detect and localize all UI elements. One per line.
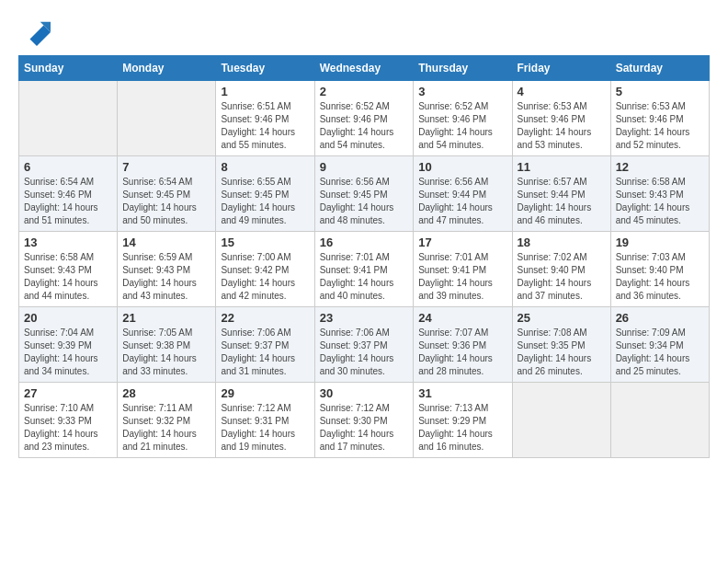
header-saturday: Saturday [610,56,709,81]
calendar-cell: 23Sunrise: 7:06 AMSunset: 9:37 PMDayligh… [314,307,414,383]
calendar-cell: 21Sunrise: 7:05 AMSunset: 9:38 PMDayligh… [118,307,216,383]
calendar-cell: 28Sunrise: 7:11 AMSunset: 9:32 PMDayligh… [118,383,216,458]
day-info: Sunrise: 6:56 AMSunset: 9:44 PMDaylight:… [418,176,506,227]
day-number: 14 [122,236,210,249]
day-number: 29 [221,386,309,400]
day-info: Sunrise: 7:07 AMSunset: 9:36 PMDaylight:… [418,327,506,378]
day-number: 3 [418,85,506,98]
calendar-cell: 29Sunrise: 7:12 AMSunset: 9:31 PMDayligh… [216,383,314,458]
calendar-cell [610,383,709,458]
calendar-cell: 27Sunrise: 7:10 AMSunset: 9:33 PMDayligh… [19,383,118,458]
day-info: Sunrise: 6:54 AMSunset: 9:46 PMDaylight:… [24,176,112,227]
day-number: 15 [221,236,309,249]
calendar-cell: 8Sunrise: 6:55 AMSunset: 9:45 PMDaylight… [216,156,314,232]
calendar-week-row: 1Sunrise: 6:51 AMSunset: 9:46 PMDaylight… [19,81,710,156]
day-number: 2 [320,85,409,98]
calendar-week-row: 20Sunrise: 7:04 AMSunset: 9:39 PMDayligh… [19,307,710,383]
day-number: 5 [616,85,704,98]
day-info: Sunrise: 6:58 AMSunset: 9:43 PMDaylight:… [24,251,112,303]
day-info: Sunrise: 6:58 AMSunset: 9:43 PMDaylight:… [616,176,704,227]
calendar-cell: 19Sunrise: 7:03 AMSunset: 9:40 PMDayligh… [610,232,709,307]
day-number: 8 [221,160,309,174]
calendar-header-row: SundayMondayTuesdayWednesdayThursdayFrid… [19,56,710,81]
day-number: 27 [24,386,112,400]
day-number: 25 [518,311,606,325]
day-info: Sunrise: 7:12 AMSunset: 9:30 PMDaylight:… [320,402,409,454]
calendar-cell: 13Sunrise: 6:58 AMSunset: 9:43 PMDayligh… [19,232,118,307]
day-info: Sunrise: 7:11 AMSunset: 9:32 PMDaylight:… [122,402,210,454]
day-info: Sunrise: 7:13 AMSunset: 9:29 PMDaylight:… [418,402,506,454]
day-number: 17 [418,236,506,249]
calendar-cell: 11Sunrise: 6:57 AMSunset: 9:44 PMDayligh… [512,156,610,232]
calendar-table: SundayMondayTuesdayWednesdayThursdayFrid… [18,55,710,458]
day-number: 30 [320,386,409,400]
day-number: 26 [616,311,704,325]
day-number: 12 [616,160,704,174]
day-info: Sunrise: 6:51 AMSunset: 9:46 PMDaylight:… [221,100,309,152]
calendar-cell: 9Sunrise: 6:56 AMSunset: 9:45 PMDaylight… [314,156,414,232]
calendar-cell: 7Sunrise: 6:54 AMSunset: 9:45 PMDaylight… [118,156,216,232]
logo-icon [23,18,51,46]
day-info: Sunrise: 7:06 AMSunset: 9:37 PMDaylight:… [221,327,309,378]
day-number: 31 [418,386,506,400]
day-number: 13 [24,236,112,249]
day-info: Sunrise: 7:10 AMSunset: 9:33 PMDaylight:… [24,402,112,454]
day-number: 4 [518,85,606,98]
calendar-cell: 4Sunrise: 6:53 AMSunset: 9:46 PMDaylight… [512,81,610,156]
day-number: 7 [122,160,210,174]
calendar-cell: 31Sunrise: 7:13 AMSunset: 9:29 PMDayligh… [414,383,512,458]
day-number: 24 [418,311,506,325]
header-thursday: Thursday [414,56,512,81]
day-info: Sunrise: 7:08 AMSunset: 9:35 PMDaylight:… [518,327,606,378]
day-info: Sunrise: 7:06 AMSunset: 9:37 PMDaylight:… [320,327,409,378]
day-number: 10 [418,160,506,174]
day-number: 19 [616,236,704,249]
calendar-week-row: 6Sunrise: 6:54 AMSunset: 9:46 PMDaylight… [19,156,710,232]
calendar-cell: 20Sunrise: 7:04 AMSunset: 9:39 PMDayligh… [19,307,118,383]
day-info: Sunrise: 7:09 AMSunset: 9:34 PMDaylight:… [616,327,704,378]
logo [18,18,51,46]
header-wednesday: Wednesday [314,56,414,81]
calendar-cell [118,81,216,156]
header-sunday: Sunday [19,56,118,81]
calendar-cell: 30Sunrise: 7:12 AMSunset: 9:30 PMDayligh… [314,383,414,458]
calendar-cell: 17Sunrise: 7:01 AMSunset: 9:41 PMDayligh… [414,232,512,307]
day-info: Sunrise: 6:53 AMSunset: 9:46 PMDaylight:… [518,100,606,152]
calendar-cell: 3Sunrise: 6:52 AMSunset: 9:46 PMDaylight… [414,81,512,156]
calendar-week-row: 13Sunrise: 6:58 AMSunset: 9:43 PMDayligh… [19,232,710,307]
calendar-body: 1Sunrise: 6:51 AMSunset: 9:46 PMDaylight… [19,81,710,458]
calendar-cell: 2Sunrise: 6:52 AMSunset: 9:46 PMDaylight… [314,81,414,156]
page-header [18,18,710,46]
day-info: Sunrise: 6:52 AMSunset: 9:46 PMDaylight:… [320,100,409,152]
day-info: Sunrise: 6:53 AMSunset: 9:46 PMDaylight:… [616,100,704,152]
day-number: 21 [122,311,210,325]
day-number: 11 [518,160,606,174]
day-number: 16 [320,236,409,249]
calendar-cell: 12Sunrise: 6:58 AMSunset: 9:43 PMDayligh… [610,156,709,232]
calendar-cell: 15Sunrise: 7:00 AMSunset: 9:42 PMDayligh… [216,232,314,307]
calendar-cell: 16Sunrise: 7:01 AMSunset: 9:41 PMDayligh… [314,232,414,307]
day-number: 1 [221,85,309,98]
day-number: 23 [320,311,409,325]
day-info: Sunrise: 6:59 AMSunset: 9:43 PMDaylight:… [122,251,210,303]
day-info: Sunrise: 6:55 AMSunset: 9:45 PMDaylight:… [221,176,309,227]
calendar-cell [512,383,610,458]
day-info: Sunrise: 6:57 AMSunset: 9:44 PMDaylight:… [518,176,606,227]
day-number: 18 [518,236,606,249]
day-info: Sunrise: 6:52 AMSunset: 9:46 PMDaylight:… [418,100,506,152]
calendar-cell: 14Sunrise: 6:59 AMSunset: 9:43 PMDayligh… [118,232,216,307]
day-info: Sunrise: 6:54 AMSunset: 9:45 PMDaylight:… [122,176,210,227]
day-info: Sunrise: 7:02 AMSunset: 9:40 PMDaylight:… [518,251,606,303]
day-info: Sunrise: 6:56 AMSunset: 9:45 PMDaylight:… [320,176,409,227]
day-number: 20 [24,311,112,325]
day-number: 9 [320,160,409,174]
calendar-cell: 18Sunrise: 7:02 AMSunset: 9:40 PMDayligh… [512,232,610,307]
day-info: Sunrise: 7:01 AMSunset: 9:41 PMDaylight:… [320,251,409,303]
header-monday: Monday [118,56,216,81]
day-info: Sunrise: 7:05 AMSunset: 9:38 PMDaylight:… [122,327,210,378]
calendar-cell: 5Sunrise: 6:53 AMSunset: 9:46 PMDaylight… [610,81,709,156]
calendar-week-row: 27Sunrise: 7:10 AMSunset: 9:33 PMDayligh… [19,383,710,458]
calendar-cell: 6Sunrise: 6:54 AMSunset: 9:46 PMDaylight… [19,156,118,232]
calendar-cell [19,81,118,156]
header-tuesday: Tuesday [216,56,314,81]
